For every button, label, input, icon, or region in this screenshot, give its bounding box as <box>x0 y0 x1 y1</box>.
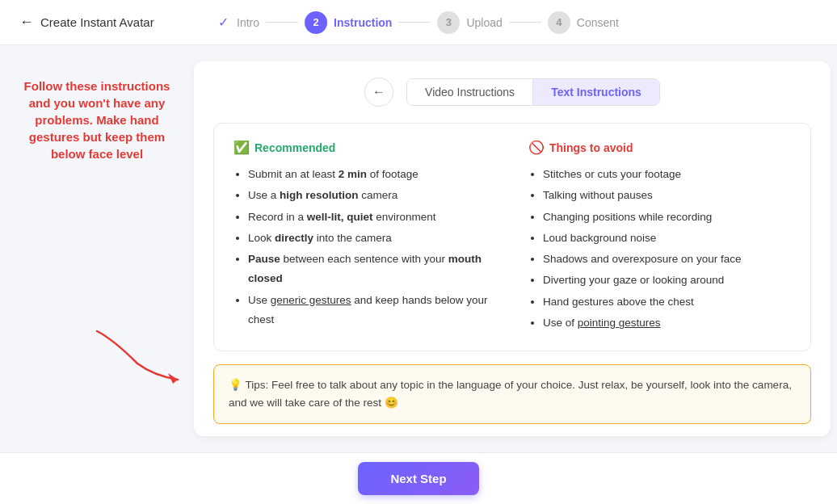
step-intro-label: Intro <box>237 16 259 29</box>
step-upload-label: Upload <box>466 16 502 29</box>
tab-text-instructions[interactable]: Text Instructions <box>533 79 659 105</box>
bottom-bar: Next Step <box>0 452 837 504</box>
center-panel: ← Video Instructions Text Instructions ✅… <box>194 61 831 436</box>
recommended-icon: ✅ <box>233 140 250 155</box>
list-item: Stitches or cuts your footage <box>543 165 791 184</box>
step-upload-number: 3 <box>437 11 460 34</box>
step-instruction-number: 2 <box>305 11 327 34</box>
list-item: Use a high resolution camera <box>248 186 496 205</box>
left-annotation: Follow these instructions and you won't … <box>0 61 194 436</box>
instructions-grid: ✅ Recommended Submit an at least 2 min o… <box>233 140 791 334</box>
avoid-section: 🚫 Things to avoid Stitches or cuts your … <box>528 140 791 334</box>
top-bar: ← Create Instant Avatar ✓ Intro 2 Instru… <box>0 0 837 45</box>
step-divider-2 <box>398 22 431 23</box>
annotation-text: Follow these instructions and you won't … <box>13 78 181 162</box>
stepper: ✓ Intro 2 Instruction 3 Upload 4 Consent <box>218 11 619 34</box>
page-title: Create Instant Avatar <box>40 15 154 29</box>
list-item: Record in a well-lit, quiet environment <box>248 208 496 227</box>
tips-icon: 💡 <box>229 379 242 391</box>
check-icon: ✓ <box>218 15 229 30</box>
main-content: Follow these instructions and you won't … <box>0 45 837 452</box>
tab-group: Video Instructions Text Instructions <box>406 78 660 106</box>
step-intro: ✓ Intro <box>218 15 259 30</box>
next-step-button[interactable]: Next Step <box>358 462 478 495</box>
list-item: Changing positions while recording <box>543 208 791 227</box>
step-instruction: 2 Instruction <box>305 11 392 34</box>
recommended-section: ✅ Recommended Submit an at least 2 min o… <box>233 140 496 334</box>
recommended-title: ✅ Recommended <box>233 140 496 155</box>
panel-back-button[interactable]: ← <box>364 78 393 107</box>
step-consent-number: 4 <box>548 11 570 34</box>
step-divider-1 <box>266 22 298 23</box>
list-item: Loud background noise <box>543 229 791 248</box>
list-item: Look directly into the camera <box>248 229 496 248</box>
list-item: Hand gestures above the chest <box>543 292 791 312</box>
step-upload: 3 Upload <box>437 11 502 34</box>
recommended-list: Submit an at least 2 min of footage Use … <box>233 165 496 330</box>
step-instruction-label: Instruction <box>334 16 392 29</box>
list-item: Talking without pauses <box>543 186 791 205</box>
step-consent-label: Consent <box>577 16 619 29</box>
back-icon: ← <box>19 14 34 31</box>
list-item: Pause between each sentence with your mo… <box>248 250 496 289</box>
back-button[interactable]: ← Create Instant Avatar <box>19 14 154 31</box>
annotation-arrow-icon <box>89 323 186 388</box>
tips-text: Tips: Feel free to talk about any topic … <box>229 379 792 409</box>
list-item: Use of pointing gestures <box>543 313 791 333</box>
list-item: Shadows and overexposure on your face <box>543 250 791 269</box>
tips-box: 💡 Tips: Feel free to talk about any topi… <box>213 364 811 423</box>
list-item: Diverting your gaze or looking around <box>543 271 791 290</box>
list-item: Use generic gestures and keep hands belo… <box>248 291 496 330</box>
list-item: Submit an at least 2 min of footage <box>248 165 496 184</box>
avoid-list: Stitches or cuts your footage Talking wi… <box>528 165 791 333</box>
avoid-icon: 🚫 <box>528 140 545 155</box>
step-consent: 4 Consent <box>548 11 619 34</box>
tab-video-instructions[interactable]: Video Instructions <box>407 79 532 105</box>
step-divider-3 <box>509 22 541 23</box>
instructions-card: ✅ Recommended Submit an at least 2 min o… <box>213 123 811 351</box>
tab-switcher: ← Video Instructions Text Instructions <box>213 78 811 107</box>
avoid-title: 🚫 Things to avoid <box>528 140 791 155</box>
